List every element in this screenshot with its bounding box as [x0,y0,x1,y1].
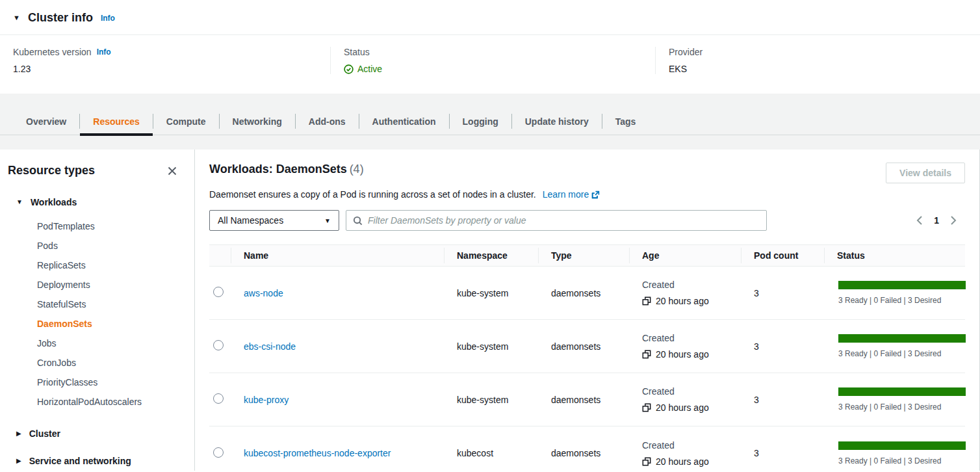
kubernetes-version-value: 1.23 [13,64,317,74]
row-select-radio[interactable] [213,447,224,458]
view-details-button[interactable]: View details [886,163,965,183]
triangle-right-icon: ▶ [16,458,21,464]
tab-overview[interactable]: Overview [13,107,79,135]
copy-icon[interactable] [642,350,651,359]
namespace-cell: kubecost [444,448,538,458]
column-header-name[interactable]: Name [231,249,444,262]
sidebar-item-priorityclasses[interactable]: PriorityClasses [37,373,184,392]
panel-description: Daemonset ensures a copy of a Pod is run… [209,189,536,200]
pods-ready-bar [838,387,966,396]
table-body: aws-node kube-system daemonsets Created … [209,267,965,472]
column-header-namespace[interactable]: Namespace [444,249,538,262]
copy-icon[interactable] [642,457,651,466]
column-header-age[interactable]: Age [629,249,741,262]
tabs-band: OverviewResourcesComputeNetworkingAdd-on… [0,94,980,150]
kubernetes-version-label: Kubernetes version [13,47,92,57]
learn-more-link[interactable]: Learn more [543,189,589,200]
resource-types-title: Resource types [8,164,95,177]
type-cell: daemonsets [538,288,629,298]
pods-status-text: 3 Ready | 0 Failed | 3 Desired [838,402,966,412]
pod-count-cell: 3 [741,341,824,352]
status-label: Status [344,47,370,57]
tab-tags[interactable]: Tags [602,107,649,135]
daemonset-name-link[interactable]: aws-node [244,288,283,298]
sidebar-group-cluster[interactable]: ▶Cluster [8,428,184,439]
copy-icon[interactable] [642,296,651,306]
copy-icon[interactable] [642,403,651,412]
sidebar-item-statefulsets[interactable]: StatefulSets [37,295,184,314]
provider-field: Provider EKS [655,47,980,74]
sidebar-item-horizontalpodautoscalers[interactable]: HorizontalPodAutoscalers [37,392,184,412]
table-header-row: Name Namespace Type Age Pod count Status [209,244,965,267]
age-value: 20 hours ago [656,456,709,467]
sidebar-item-list: PodTemplatesPodsReplicaSetsDeploymentsSt… [37,216,184,412]
status-value: Active [357,64,382,74]
age-value: 20 hours ago [656,349,709,360]
pods-status-text: 3 Ready | 0 Failed | 3 Desired [838,456,966,465]
pods-ready-bar [838,281,966,289]
namespace-filter-select[interactable]: All Namespaces ▼ [209,210,339,231]
filter-input[interactable] [368,215,760,226]
tab-networking[interactable]: Networking [220,107,295,135]
namespace-cell: kube-system [444,341,538,352]
kubernetes-version-field: Kubernetes version Info 1.23 [0,47,330,74]
age-value: 20 hours ago [656,296,709,306]
daemonset-name-link[interactable]: kube-proxy [244,395,289,405]
page-title: Cluster info [28,11,93,25]
pod-count-cell: 3 [741,288,824,298]
kubernetes-version-info-link[interactable]: Info [97,47,111,57]
daemonsets-table: Name Namespace Type Age Pod count Status… [209,244,965,472]
row-select-radio[interactable] [213,393,224,404]
sidebar-item-pods[interactable]: Pods [37,236,184,256]
pods-ready-bar [838,441,966,450]
provider-value: EKS [669,64,967,74]
tab-compute[interactable]: Compute [153,107,219,135]
row-select-radio[interactable] [213,287,224,297]
namespace-filter-value: All Namespaces [218,215,283,226]
pods-status-text: 3 Ready | 0 Failed | 3 Desired [838,296,966,305]
column-header-type[interactable]: Type [538,249,629,262]
sidebar-item-deployments[interactable]: Deployments [37,275,184,295]
sidebar-item-cronjobs[interactable]: CronJobs [37,353,184,373]
column-header-pod-count[interactable]: Pod count [741,249,824,262]
external-link-icon [591,190,600,201]
tab-resources[interactable]: Resources [80,107,153,135]
sidebar-group-workloads[interactable]: ▼Workloads [8,197,184,207]
table-row: kubecost-prometheus-node-exporter kubeco… [209,426,965,472]
previous-page-button[interactable] [916,215,923,226]
sidebar-group-service-and-networking[interactable]: ▶Service and networking [8,456,184,466]
sidebar-item-jobs[interactable]: Jobs [37,334,184,353]
table-row: ebs-csi-node kube-system daemonsets Crea… [209,320,965,373]
pod-count-cell: 3 [741,395,824,405]
search-icon [353,216,363,226]
type-cell: daemonsets [538,341,629,352]
daemonset-name-link[interactable]: kubecost-prometheus-node-exporter [244,448,391,458]
age-created-label: Created [642,440,741,451]
triangle-down-icon: ▼ [16,199,23,205]
sidebar-item-podtemplates[interactable]: PodTemplates [37,216,184,236]
tab-add-ons[interactable]: Add-ons [296,107,359,135]
cluster-info-link[interactable]: Info [101,14,115,23]
pod-count-cell: 3 [741,448,824,458]
table-row: aws-node kube-system daemonsets Created … [209,267,965,320]
daemonset-name-link[interactable]: ebs-csi-node [244,341,296,352]
row-select-radio[interactable] [213,340,224,350]
search-box [346,210,767,231]
sidebar-item-daemonsets[interactable]: DaemonSets [37,314,184,334]
tab-logging[interactable]: Logging [450,107,511,135]
table-row: kube-proxy kube-system daemonsets Create… [209,373,965,426]
pods-status-text: 3 Ready | 0 Failed | 3 Desired [838,349,966,358]
collapse-triangle-icon[interactable]: ▼ [13,14,20,21]
type-cell: daemonsets [538,395,629,405]
close-icon[interactable] [166,164,179,177]
current-page-number[interactable]: 1 [934,215,939,226]
next-page-button[interactable] [949,215,957,226]
tab-list: OverviewResourcesComputeNetworkingAdd-on… [13,107,649,135]
tab-authentication[interactable]: Authentication [359,107,449,135]
cluster-info-header: ▼ Cluster info Info [0,0,980,35]
tab-update-history[interactable]: Update history [512,107,602,135]
sidebar-item-replicasets[interactable]: ReplicaSets [37,256,184,275]
column-header-status[interactable]: Status [824,249,965,262]
panel-count: (4) [350,163,364,176]
panel-title: Workloads: DaemonSets [209,163,347,176]
